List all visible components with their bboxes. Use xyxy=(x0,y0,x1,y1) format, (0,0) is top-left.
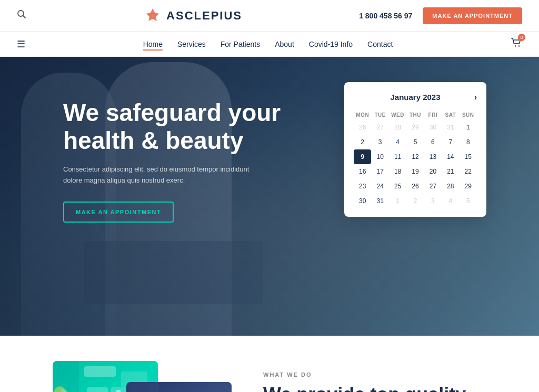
calendar-day[interactable]: 1 xyxy=(460,120,477,135)
calendar-dow: FRI xyxy=(424,110,442,120)
calendar-day[interactable]: 1 xyxy=(389,194,406,208)
calendar-day[interactable]: 26 xyxy=(354,120,371,135)
calendar-day[interactable]: 31 xyxy=(371,194,388,208)
calendar-card: January 2023 › MONTUEWEDTHUFRISATSUN2627… xyxy=(344,82,486,217)
calendar-day[interactable]: 3 xyxy=(371,135,388,149)
calendar-day[interactable]: 16 xyxy=(354,164,371,179)
calendar-day[interactable]: 27 xyxy=(371,120,388,135)
calendar-day[interactable]: 7 xyxy=(442,135,459,149)
calendar-next-button[interactable]: › xyxy=(474,93,477,102)
svg-rect-5 xyxy=(116,390,121,392)
calendar-grid: MONTUEWEDTHUFRISATSUN2627282930311234567… xyxy=(354,110,477,208)
nav-links: HomeServicesFor PatientsAboutCovid-19 In… xyxy=(143,39,393,49)
hamburger-icon[interactable]: ☰ xyxy=(17,38,25,50)
calendar-dow: TUE xyxy=(371,110,388,120)
what-we-do-label: WHAT WE DO xyxy=(263,371,486,378)
nav-item-about[interactable]: About xyxy=(275,40,294,48)
calendar-day[interactable]: 14 xyxy=(442,149,459,164)
calendar-day[interactable]: 5 xyxy=(406,135,424,149)
svg-point-4 xyxy=(518,45,520,46)
calendar-day[interactable]: 11 xyxy=(389,149,406,164)
calendar-day[interactable]: 29 xyxy=(460,179,477,194)
calendar-day[interactable]: 17 xyxy=(371,164,388,179)
calendar-day[interactable]: 6 xyxy=(424,135,442,149)
calendar-day[interactable]: 27 xyxy=(424,179,442,194)
calendar-day[interactable]: 8 xyxy=(460,135,477,149)
calendar-day[interactable]: 2 xyxy=(406,194,424,208)
calendar-day[interactable]: 21 xyxy=(442,164,459,179)
header-right: 1 800 458 56 97 MAKE AN APPOINTMENT xyxy=(359,7,522,24)
calendar-day[interactable]: 3 xyxy=(424,194,442,208)
site-logo: ASCLEPIUS xyxy=(143,6,242,25)
calendar-dow: WED xyxy=(389,110,406,120)
calendar-day[interactable]: 12 xyxy=(406,149,424,164)
cart-container: 0 xyxy=(511,37,522,51)
search-icon[interactable] xyxy=(17,9,26,22)
calendar-day[interactable]: 10 xyxy=(371,149,388,164)
calendar-day[interactable]: 24 xyxy=(371,179,388,194)
calendar-day[interactable]: 30 xyxy=(424,120,442,135)
calendar-day[interactable]: 28 xyxy=(389,120,406,135)
calendar-day[interactable]: 15 xyxy=(460,149,477,164)
nav-item-covid-19-info[interactable]: Covid-19 Info xyxy=(309,40,353,48)
what-we-do-text: WHAT WE DO We provide top quality health… xyxy=(263,361,486,392)
image-block-2 xyxy=(126,382,232,392)
calendar-day[interactable]: 31 xyxy=(442,120,459,135)
main-nav: ☰ HomeServicesFor PatientsAboutCovid-19 … xyxy=(0,32,539,57)
calendar-day[interactable]: 4 xyxy=(389,135,406,149)
phone-number: 1 800 458 56 97 xyxy=(359,12,412,20)
logo-icon xyxy=(143,6,162,25)
nav-item-home[interactable]: Home xyxy=(143,40,163,51)
calendar-header: January 2023 › xyxy=(354,93,477,102)
calendar-day[interactable]: 2 xyxy=(354,135,371,149)
calendar-dow: SUN xyxy=(460,110,477,120)
hero-title: We safeguard your health & beauty xyxy=(63,99,290,155)
calendar-day[interactable]: 18 xyxy=(389,164,406,179)
calendar-day[interactable]: 9 xyxy=(354,149,371,164)
what-we-do-section: WHAT WE DO We provide top quality health… xyxy=(0,336,539,392)
hero-appointment-button[interactable]: MAKE AN APPOINTMENT xyxy=(63,202,174,223)
calendar-dow: MON xyxy=(354,110,371,120)
nav-item-for-patients[interactable]: For Patients xyxy=(221,40,260,48)
calendar-day[interactable]: 26 xyxy=(406,179,424,194)
calendar-dow: THU xyxy=(406,110,424,120)
logo-text: ASCLEPIUS xyxy=(166,9,242,23)
what-we-do-images xyxy=(53,361,232,392)
cart-badge: 0 xyxy=(518,34,525,41)
what-we-do-title: We provide top quality healthcare. xyxy=(263,383,486,392)
nav-item-contact[interactable]: Contact xyxy=(367,40,393,48)
svg-line-1 xyxy=(23,16,26,18)
calendar-day[interactable]: 4 xyxy=(442,194,459,208)
calendar-day[interactable]: 23 xyxy=(354,179,371,194)
calendar-day[interactable]: 30 xyxy=(354,194,371,208)
calendar-day[interactable]: 20 xyxy=(424,164,442,179)
calendar-dow: SAT xyxy=(442,110,459,120)
calendar-day[interactable]: 28 xyxy=(442,179,459,194)
hero-section: We safeguard your health & beauty Consec… xyxy=(0,57,539,336)
site-header: ASCLEPIUS 1 800 458 56 97 MAKE AN APPOIN… xyxy=(0,0,539,32)
hero-subtitle: Consectetur adipiscing elit, sed do eius… xyxy=(63,164,253,186)
svg-point-3 xyxy=(515,45,516,46)
calendar-day[interactable]: 5 xyxy=(460,194,477,208)
calendar-day[interactable]: 25 xyxy=(389,179,406,194)
nav-item-services[interactable]: Services xyxy=(177,40,206,48)
calendar-month-year: January 2023 xyxy=(390,93,440,102)
calendar-day[interactable]: 22 xyxy=(460,164,477,179)
calendar-day[interactable]: 19 xyxy=(406,164,424,179)
calendar-day[interactable]: 13 xyxy=(424,149,442,164)
hero-content: We safeguard your health & beauty Consec… xyxy=(63,99,290,223)
header-appointment-button[interactable]: MAKE AN APPOINTMENT xyxy=(423,7,522,24)
calendar-day[interactable]: 29 xyxy=(406,120,424,135)
